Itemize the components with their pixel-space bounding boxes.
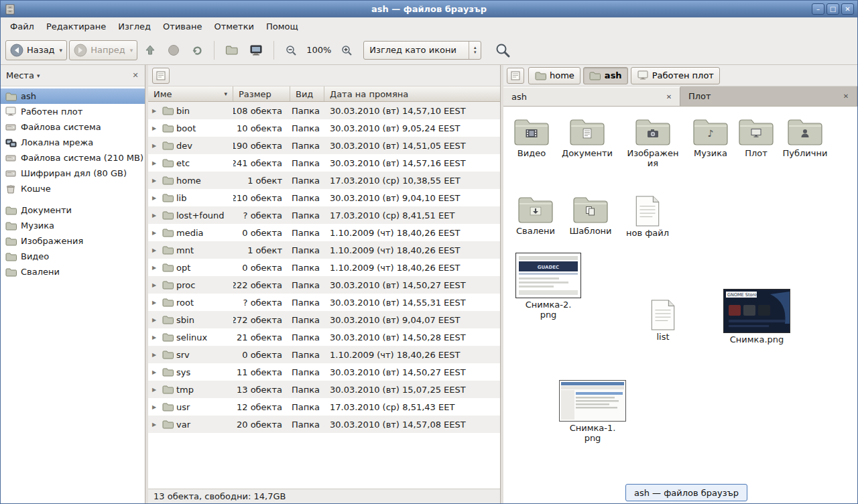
- expander-icon[interactable]: ▶: [152, 369, 159, 375]
- expander-icon[interactable]: ▶: [152, 352, 159, 358]
- sidebar-dropdown-icon[interactable]: ▾: [37, 72, 40, 79]
- file-item[interactable]: GUADECСнимка-2. png: [513, 253, 583, 320]
- table-row[interactable]: ▶var20 обектаПапка30.03.2010 (вт) 14,57,…: [148, 416, 500, 433]
- forward-button[interactable]: Напред ▾: [69, 40, 137, 60]
- forward-history-icon[interactable]: ▾: [129, 47, 133, 54]
- menu-item-5[interactable]: Помощ: [260, 19, 304, 34]
- sidebar-item[interactable]: Локална мрежа: [1, 135, 145, 150]
- table-row[interactable]: ▶srv0 обектаПапка1.10.2009 (чт) 18,40,26…: [148, 346, 500, 363]
- file-item[interactable]: Плот: [728, 116, 784, 158]
- sidebar-item[interactable]: Шифриран дял (80 GB): [1, 166, 145, 181]
- table-row[interactable]: ▶sys11 обектаПапка30.03.2010 (вт) 14,50,…: [148, 363, 500, 381]
- sidebar-item[interactable]: Изображения: [1, 233, 145, 249]
- sidebar-item[interactable]: Свалени: [1, 264, 145, 279]
- search-button[interactable]: [490, 40, 515, 60]
- expander-icon[interactable]: ▶: [152, 230, 159, 236]
- menu-item-1[interactable]: Редактиране: [40, 19, 112, 34]
- table-row[interactable]: ▶lib210 обектаПапка30.03.2010 (вт) 9,04,…: [148, 189, 500, 206]
- minimize-button[interactable]: –: [812, 3, 824, 15]
- table-row[interactable]: ▶mnt1 обектПапка1.10.2009 (чт) 18,40,26 …: [148, 241, 500, 259]
- sort-indicator-icon[interactable]: ▾: [224, 90, 227, 97]
- file-item[interactable]: GNOME StoreСнимка.png: [722, 289, 792, 344]
- back-button[interactable]: Назад ▾: [5, 40, 67, 60]
- tab-inactive[interactable]: Плот✕: [680, 86, 857, 106]
- maximize-button[interactable]: □: [826, 3, 839, 15]
- file-item[interactable]: Изображен ия: [625, 116, 681, 168]
- expander-icon[interactable]: ▶: [152, 247, 159, 253]
- zoom-out-button[interactable]: [280, 40, 302, 60]
- column-header[interactable]: Вид: [290, 86, 324, 101]
- home-button[interactable]: [221, 40, 243, 60]
- table-row[interactable]: ▶etc241 обектаПапка30.03.2010 (вт) 14,57…: [148, 154, 500, 172]
- tab-close-icon[interactable]: ✕: [841, 91, 851, 102]
- file-item[interactable]: Документи: [559, 116, 615, 158]
- sidebar-title[interactable]: Места: [5, 70, 34, 80]
- sidebar-item[interactable]: Файлова система (210 MB): [1, 150, 145, 166]
- file-item[interactable]: list: [635, 300, 691, 342]
- file-item[interactable]: Публични: [777, 116, 833, 158]
- up-button[interactable]: [139, 40, 161, 60]
- table-row[interactable]: ▶lost+found? обектаПапка17.03.2010 (ср) …: [148, 206, 500, 224]
- menu-item-2[interactable]: Изглед: [112, 19, 157, 34]
- expander-icon[interactable]: ▶: [152, 282, 159, 288]
- file-item[interactable]: Снимка-1. png: [558, 380, 627, 443]
- tab-close-icon[interactable]: ✕: [664, 92, 674, 103]
- stop-button[interactable]: [163, 40, 184, 60]
- expander-icon[interactable]: ▶: [152, 108, 159, 114]
- table-row[interactable]: ▶bin108 обектаПапка30.03.2010 (вт) 14,57…: [148, 102, 500, 119]
- zoom-in-button[interactable]: [336, 40, 357, 60]
- expander-icon[interactable]: ▶: [152, 125, 159, 131]
- menu-item-4[interactable]: Отметки: [208, 19, 259, 34]
- sidebar-item[interactable]: Видео: [1, 249, 145, 264]
- breadcrumb-item-2[interactable]: Работен плот: [631, 67, 720, 84]
- table-row[interactable]: ▶dev190 обектаПапка30.03.2010 (вт) 14,51…: [148, 137, 500, 154]
- expander-icon[interactable]: ▶: [152, 178, 159, 184]
- table-row[interactable]: ▶opt0 обектаПапка1.10.2009 (чт) 18,40,26…: [148, 259, 500, 276]
- menu-item-3[interactable]: Отиване: [157, 19, 208, 34]
- location-toggle-button[interactable]: [507, 68, 524, 84]
- table-row[interactable]: ▶media0 обектаПапка1.10.2009 (чт) 18,40,…: [148, 224, 500, 241]
- computer-button[interactable]: [245, 40, 267, 60]
- table-row[interactable]: ▶tmp13 обектаПапка30.03.2010 (вт) 15,07,…: [148, 381, 500, 398]
- sidebar-close-icon[interactable]: ✕: [130, 71, 141, 80]
- table-row[interactable]: ▶sbin272 обектаПапка30.03.2010 (вт) 9,04…: [148, 311, 500, 328]
- table-row[interactable]: ▶home1 обектПапка17.03.2010 (ср) 10,38,5…: [148, 172, 500, 189]
- expander-icon[interactable]: ▶: [152, 195, 159, 201]
- file-item[interactable]: Видео: [503, 116, 560, 158]
- column-header[interactable]: Размер: [233, 86, 290, 101]
- expander-icon[interactable]: ▶: [152, 143, 159, 149]
- breadcrumb-item-0[interactable]: home: [528, 67, 580, 84]
- table-row[interactable]: ▶selinux21 обектаПапка30.03.2010 (вт) 14…: [148, 328, 500, 346]
- expander-icon[interactable]: ▶: [152, 265, 159, 271]
- menu-item-0[interactable]: Файл: [4, 19, 40, 34]
- sidebar-item[interactable]: ash: [1, 88, 145, 104]
- sidebar-item[interactable]: Документи: [1, 202, 145, 218]
- expander-icon[interactable]: ▶: [152, 317, 159, 323]
- column-header[interactable]: Дата на промяна: [324, 86, 500, 101]
- table-row[interactable]: ▶usr12 обектаПапка17.03.2010 (ср) 8,51,4…: [148, 398, 500, 416]
- expander-icon[interactable]: ▶: [152, 334, 159, 340]
- expander-icon[interactable]: ▶: [152, 212, 159, 218]
- breadcrumb-item-1[interactable]: ash: [583, 67, 628, 84]
- combo-stepper-icon[interactable]: ▴▾: [469, 42, 481, 59]
- view-mode-combo[interactable]: Изглед като икони ▴▾: [363, 41, 481, 60]
- file-item[interactable]: нов файл: [619, 196, 676, 238]
- expander-icon[interactable]: ▶: [152, 387, 159, 393]
- sidebar-item[interactable]: Кошче: [1, 181, 145, 196]
- close-button[interactable]: ✕: [841, 3, 854, 15]
- table-row[interactable]: ▶boot10 обектаПапка30.03.2010 (вт) 9,05,…: [148, 119, 500, 137]
- sidebar-item[interactable]: Файлова система: [1, 119, 145, 135]
- table-row[interactable]: ▶proc222 обектаПапка30.03.2010 (вт) 14,5…: [148, 276, 500, 294]
- column-header[interactable]: Име▾: [148, 86, 233, 101]
- expander-icon[interactable]: ▶: [152, 160, 159, 166]
- location-toggle-button[interactable]: [152, 68, 170, 84]
- file-item[interactable]: Свалени: [507, 194, 564, 236]
- expander-icon[interactable]: ▶: [152, 300, 159, 306]
- file-item[interactable]: Шаблони: [562, 194, 619, 236]
- sidebar-item[interactable]: Работен плот: [1, 104, 145, 119]
- back-history-icon[interactable]: ▾: [58, 47, 63, 54]
- sidebar-item[interactable]: Музика: [1, 218, 145, 233]
- reload-button[interactable]: [186, 40, 208, 60]
- tab-active[interactable]: ash✕: [503, 86, 680, 106]
- expander-icon[interactable]: ▶: [152, 422, 159, 428]
